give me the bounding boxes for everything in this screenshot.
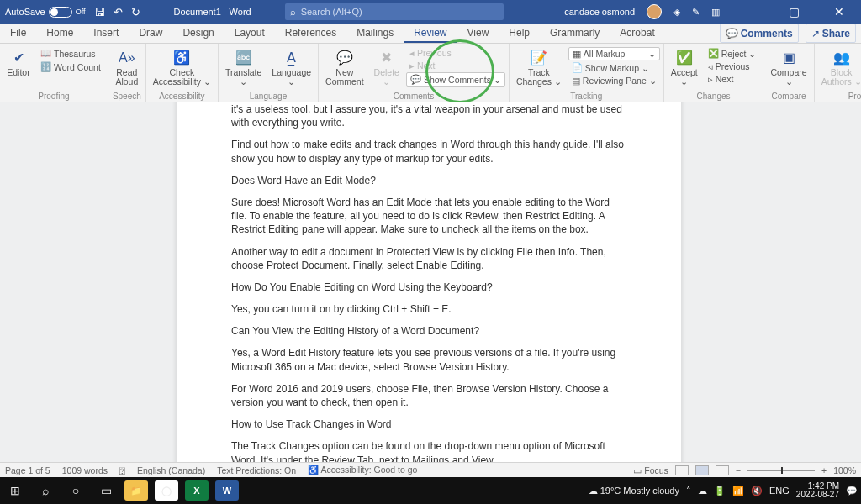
notifications-icon[interactable]: 💬 bbox=[846, 486, 858, 496]
tab-file[interactable]: File bbox=[0, 24, 36, 43]
comments-button[interactable]: 💬 Comments bbox=[720, 24, 799, 43]
pen-icon[interactable]: ✎ bbox=[692, 7, 700, 18]
paragraph[interactable]: it's a useless tool, but I assure you, i… bbox=[231, 102, 626, 129]
volume-icon[interactable]: 🔇 bbox=[751, 486, 763, 496]
tab-grammarly[interactable]: Grammarly bbox=[540, 24, 610, 43]
zoom-level[interactable]: 100% bbox=[833, 465, 856, 475]
zoom-slider[interactable] bbox=[747, 470, 815, 471]
save-icon[interactable]: 🖫 bbox=[94, 6, 105, 18]
tab-acrobat[interactable]: Acrobat bbox=[610, 24, 664, 43]
accept-button[interactable]: ✅Accept ⌄ bbox=[668, 47, 701, 88]
print-layout-icon[interactable] bbox=[695, 465, 709, 475]
paragraph[interactable]: For Word 2016 and 2019 users, choose Fil… bbox=[231, 382, 626, 409]
minimize-button[interactable]: — bbox=[732, 5, 765, 18]
autosave-toggle[interactable]: AutoSave Off bbox=[5, 7, 86, 18]
file-explorer-icon[interactable]: 📁 bbox=[124, 480, 148, 501]
search-box[interactable]: ⌕ Search (Alt+Q) bbox=[285, 3, 504, 20]
app-options-icon[interactable]: ▥ bbox=[711, 7, 720, 18]
weather-widget[interactable]: ☁ 19°C Mostly cloudy bbox=[589, 486, 679, 496]
accessibility-status[interactable]: ♿ Accessibility: Good to go bbox=[308, 465, 417, 475]
zoom-out-button[interactable]: − bbox=[736, 465, 741, 475]
read-mode-icon[interactable] bbox=[675, 465, 689, 475]
tab-layout[interactable]: Layout bbox=[224, 24, 275, 43]
paragraph[interactable]: How Do You Enable Editing on Word Using … bbox=[231, 281, 626, 294]
thesaurus-button[interactable]: 📖Thesaurus bbox=[37, 47, 104, 60]
accessibility-icon: ♿ bbox=[172, 49, 191, 67]
track-changes-button[interactable]: 📝Track Changes ⌄ bbox=[513, 47, 565, 88]
show-markup-button[interactable]: 📄Show Markup ⌄ bbox=[568, 61, 660, 74]
word-count[interactable]: 1009 words bbox=[62, 465, 108, 475]
page-count[interactable]: Page 1 of 5 bbox=[5, 465, 50, 475]
compare-button[interactable]: ▣Compare ⌄ bbox=[767, 47, 810, 88]
excel-icon[interactable]: X bbox=[185, 480, 209, 501]
paragraph[interactable]: Can You View the Editing History of a Wo… bbox=[231, 324, 626, 338]
input-language[interactable]: ENG bbox=[769, 486, 790, 496]
show-comments-button[interactable]: 💬Show Comments⌄ bbox=[406, 72, 505, 87]
share-button[interactable]: ↗ Share bbox=[806, 24, 856, 43]
check-accessibility-button[interactable]: ♿Check Accessibility ⌄ bbox=[150, 47, 214, 88]
previous-change-button[interactable]: ◃Previous bbox=[705, 60, 760, 72]
paragraph[interactable]: Find out how to make edits and track cha… bbox=[231, 138, 626, 165]
next-icon: ▹ bbox=[708, 74, 713, 84]
editor-button[interactable]: ✔Editor bbox=[3, 47, 34, 79]
cortana-icon[interactable]: ○ bbox=[64, 480, 87, 501]
tab-references[interactable]: References bbox=[275, 24, 346, 43]
web-layout-icon[interactable] bbox=[716, 465, 729, 475]
task-view-icon[interactable]: ▭ bbox=[94, 480, 118, 501]
focus-button[interactable]: ▭ Focus bbox=[633, 465, 668, 475]
tab-view[interactable]: View bbox=[457, 24, 499, 43]
maximize-button[interactable]: ▢ bbox=[777, 5, 811, 18]
clock[interactable]: 1:42 PM2022-08-27 bbox=[796, 482, 839, 500]
reject-button[interactable]: ❎Reject ⌄ bbox=[705, 47, 760, 60]
tab-mailings[interactable]: Mailings bbox=[346, 24, 404, 43]
start-button[interactable]: ⊞ bbox=[3, 480, 27, 501]
document-area[interactable]: it's a useless tool, but I assure you, i… bbox=[0, 102, 861, 462]
text-predictions[interactable]: Text Predictions: On bbox=[217, 465, 296, 475]
next-change-button[interactable]: ▹Next bbox=[705, 73, 760, 85]
tab-draw[interactable]: Draw bbox=[129, 24, 172, 43]
block-icon: 👥 bbox=[832, 49, 851, 67]
new-comment-button[interactable]: 💬New Comment bbox=[322, 47, 367, 88]
battery-icon[interactable]: 🔋 bbox=[714, 486, 726, 496]
word-count-button[interactable]: 🔢Word Count bbox=[37, 60, 104, 73]
toggle-off-icon bbox=[49, 7, 72, 18]
chrome-icon[interactable]: ◯ bbox=[155, 480, 178, 501]
delete-icon: ✖ bbox=[378, 49, 396, 67]
tab-help[interactable]: Help bbox=[499, 24, 540, 43]
translate-button[interactable]: 🔤Translate ⌄ bbox=[222, 47, 265, 88]
close-button[interactable]: ✕ bbox=[822, 5, 856, 18]
search-taskbar-icon[interactable]: ⌕ bbox=[34, 480, 57, 501]
paragraph[interactable]: Does Word Have an Edit Mode? bbox=[231, 174, 626, 187]
paragraph[interactable]: The Track Changes option can be found on… bbox=[231, 439, 626, 462]
paragraph[interactable]: How to Use Track Changes in Word bbox=[231, 417, 626, 431]
spellcheck-icon[interactable]: ⍰ bbox=[119, 465, 125, 475]
undo-icon[interactable]: ↶ bbox=[114, 6, 123, 18]
read-aloud-button[interactable]: A»Read Aloud bbox=[112, 47, 142, 88]
tab-design[interactable]: Design bbox=[172, 24, 224, 43]
tab-insert[interactable]: Insert bbox=[83, 24, 129, 43]
avatar[interactable] bbox=[647, 4, 662, 19]
language-button[interactable]: A̲Language ⌄ bbox=[268, 47, 314, 88]
search-placeholder: Search (Alt+Q) bbox=[301, 7, 362, 17]
redo-icon[interactable]: ↻ bbox=[131, 6, 140, 18]
wifi-icon[interactable]: 📶 bbox=[732, 486, 744, 496]
diamond-icon[interactable]: ◈ bbox=[673, 7, 680, 18]
tray-chevron-icon[interactable]: ˄ bbox=[686, 486, 691, 496]
paragraph[interactable]: Yes, you can turn it on by clicking Ctrl… bbox=[231, 302, 626, 316]
accept-icon: ✅ bbox=[675, 49, 694, 67]
paragraph[interactable]: Another way to edit a document in Protec… bbox=[231, 245, 626, 272]
markup-icon: ▦ bbox=[573, 49, 581, 59]
zoom-in-button[interactable]: + bbox=[821, 465, 827, 475]
tab-review[interactable]: Review bbox=[404, 24, 457, 43]
language-status[interactable]: English (Canada) bbox=[137, 465, 205, 475]
ribbon-tabs: File Home Insert Draw Design Layout Refe… bbox=[0, 24, 861, 44]
user-name[interactable]: candace osmond bbox=[564, 7, 635, 17]
document-page[interactable]: it's a useless tool, but I assure you, i… bbox=[177, 102, 681, 462]
display-for-review-dropdown[interactable]: ▦All Markup⌄ bbox=[568, 47, 660, 60]
paragraph[interactable]: Yes, a Word Edit History feature lets yo… bbox=[231, 346, 626, 373]
paragraph[interactable]: Sure does! Microsoft Word has an Edit Mo… bbox=[231, 196, 626, 237]
tab-home[interactable]: Home bbox=[36, 24, 83, 43]
word-icon[interactable]: W bbox=[215, 480, 239, 501]
onedrive-icon[interactable]: ☁ bbox=[698, 486, 707, 496]
reviewing-pane-button[interactable]: ▤Reviewing Pane ⌄ bbox=[568, 75, 660, 87]
